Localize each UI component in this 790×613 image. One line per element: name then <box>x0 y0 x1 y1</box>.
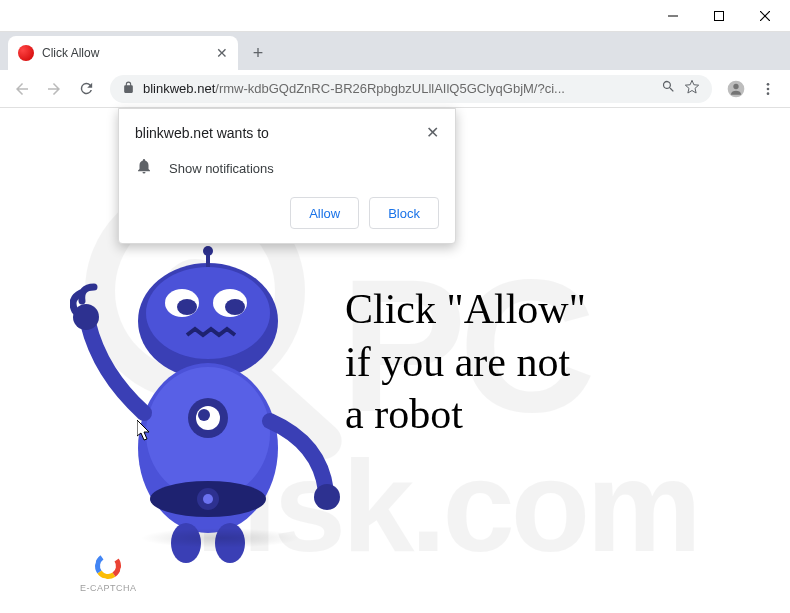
svg-point-20 <box>225 299 245 315</box>
profile-button[interactable] <box>722 75 750 103</box>
robot-illustration <box>70 243 340 567</box>
reload-button[interactable] <box>72 75 100 103</box>
allow-button[interactable]: Allow <box>290 197 359 229</box>
svg-point-5 <box>733 83 738 88</box>
window-titlebar <box>0 0 790 32</box>
permission-prompt: blinkweb.net wants to ✕ Show notificatio… <box>118 108 456 244</box>
tab-close-icon[interactable]: ✕ <box>216 45 228 61</box>
favicon <box>18 45 34 61</box>
robot-shadow <box>140 528 300 548</box>
browser-tab[interactable]: Click Allow ✕ <box>8 36 238 70</box>
browser-toolbar: blinkweb.net/rmw-kdbGQdZnRC-BR26RpbgbzUL… <box>0 70 790 108</box>
svg-point-30 <box>314 484 340 510</box>
permission-origin: blinkweb.net wants to <box>135 125 269 141</box>
svg-point-16 <box>203 246 213 256</box>
captcha-icon <box>93 551 123 581</box>
search-icon[interactable] <box>661 79 676 98</box>
minimize-button[interactable] <box>650 1 696 31</box>
url-text: blinkweb.net/rmw-kdbGQdZnRC-BR26RpbgbzUL… <box>143 81 653 96</box>
page-content: risk.com PC <box>0 108 790 613</box>
captcha-label: E-CAPTCHA <box>80 583 137 593</box>
address-bar[interactable]: blinkweb.net/rmw-kdbGQdZnRC-BR26RpbgbzUL… <box>110 75 712 103</box>
mouse-cursor <box>137 420 153 446</box>
svg-point-6 <box>767 83 770 86</box>
menu-button[interactable] <box>754 75 782 103</box>
new-tab-button[interactable]: + <box>244 39 272 67</box>
tab-title: Click Allow <box>42 46 208 60</box>
svg-point-19 <box>177 299 197 315</box>
permission-close-icon[interactable]: ✕ <box>426 125 439 141</box>
lock-icon <box>122 81 135 97</box>
permission-label: Show notifications <box>169 161 274 176</box>
star-icon[interactable] <box>684 79 700 99</box>
tab-strip: Click Allow ✕ + <box>0 32 790 70</box>
bell-icon <box>135 157 153 179</box>
forward-button[interactable] <box>40 75 68 103</box>
svg-point-7 <box>767 87 770 90</box>
svg-point-25 <box>198 409 210 421</box>
instruction-text: Click "Allow" if you are not a robot <box>345 283 586 441</box>
block-button[interactable]: Block <box>369 197 439 229</box>
svg-point-28 <box>203 494 213 504</box>
svg-point-8 <box>767 92 770 95</box>
svg-point-15 <box>146 267 270 359</box>
svg-rect-1 <box>715 11 724 20</box>
maximize-button[interactable] <box>696 1 742 31</box>
captcha-badge: E-CAPTCHA <box>80 553 137 593</box>
close-window-button[interactable] <box>742 1 788 31</box>
back-button[interactable] <box>8 75 36 103</box>
